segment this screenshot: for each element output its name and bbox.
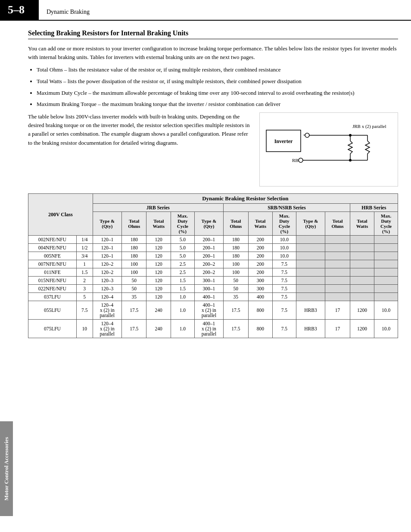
table-row: 004NFE/NFU bbox=[28, 244, 77, 252]
cell-srb_duty: 7.5 bbox=[273, 301, 296, 320]
intro-paragraph: You can add one or more resistors to you… bbox=[28, 44, 398, 61]
cell-jrb_type: 120–3 bbox=[93, 285, 121, 293]
cell-hrb_type bbox=[296, 277, 325, 285]
col-jrb-type: Type &(Qty) bbox=[93, 212, 121, 236]
cell-srb_ohms: 50 bbox=[224, 285, 248, 293]
cell-jrb_type: 120–4 bbox=[93, 293, 121, 301]
svg-text:JRB x (2) parallel: JRB x (2) parallel bbox=[352, 124, 386, 129]
table-row: 007NFE/NFU bbox=[28, 260, 77, 268]
cell-hrb_ohms bbox=[325, 244, 350, 252]
cell-hp: 2 bbox=[76, 277, 93, 285]
cell-hrb_watts bbox=[350, 293, 374, 301]
cell-srb_watts: 200 bbox=[248, 252, 273, 260]
cell-srb_watts: 800 bbox=[248, 320, 273, 338]
cell-hrb_duty bbox=[374, 293, 398, 301]
cell-hrb_ohms bbox=[325, 277, 350, 285]
cell-srb_type: 200–1 bbox=[194, 252, 223, 260]
cell-hrb_watts bbox=[350, 268, 374, 277]
cell-srb_watts: 300 bbox=[248, 277, 273, 285]
cell-hrb_watts bbox=[350, 252, 374, 260]
col-hrb-watts: TotalWatts bbox=[350, 212, 374, 236]
cell-srb_type: 200–1 bbox=[194, 244, 223, 252]
srb-series-header: SRB/NSRB Series bbox=[224, 204, 350, 212]
circuit-diagram: Inverter + bbox=[259, 112, 398, 187]
table-row: 015NFE/NFU bbox=[28, 277, 77, 285]
cell-srb_duty: 10.0 bbox=[273, 236, 296, 244]
cell-hrb_watts: 1200 bbox=[350, 301, 374, 320]
cell-jrb_watts: 120 bbox=[146, 277, 171, 285]
cell-jrb_watts: 120 bbox=[146, 285, 171, 293]
cell-hp: 7.5 bbox=[76, 301, 93, 320]
col-srb-duty: Max.DutyCycle(%) bbox=[273, 212, 296, 236]
cell-jrb_watts: 240 bbox=[146, 301, 171, 320]
table-row: 005NFE bbox=[28, 252, 77, 260]
cell-srb_type: 300–1 bbox=[194, 285, 223, 293]
cell-jrb_duty: 2.5 bbox=[171, 268, 194, 277]
cell-hrb_ohms bbox=[325, 252, 350, 260]
cell-hrb_type bbox=[296, 244, 325, 252]
cell-srb_watts: 200 bbox=[248, 236, 273, 244]
cell-srb_duty: 7.5 bbox=[273, 293, 296, 301]
cell-hrb_type bbox=[296, 236, 325, 244]
col-hrb-ohms: TotalOhms bbox=[325, 212, 350, 236]
cell-hrb_type bbox=[296, 260, 325, 268]
cell-hrb_type bbox=[296, 268, 325, 277]
cell-hrb_duty bbox=[374, 236, 398, 244]
cell-hrb_watts bbox=[350, 260, 374, 268]
content-area: Selecting Braking Resistors for Internal… bbox=[13, 21, 411, 529]
circuit-svg: Inverter + bbox=[264, 117, 393, 182]
cell-hrb_duty bbox=[374, 244, 398, 252]
cell-jrb_ohms: 100 bbox=[122, 268, 146, 277]
cell-srb_watts: 400 bbox=[248, 293, 273, 301]
cell-jrb_type: 120–1 bbox=[93, 252, 121, 260]
cell-jrb_type: 120–2 bbox=[93, 268, 121, 277]
cell-hrb_watts bbox=[350, 236, 374, 244]
cell-hrb_ohms bbox=[325, 285, 350, 293]
cell-srb_ohms: 50 bbox=[224, 277, 248, 285]
cell-srb_ohms: 180 bbox=[224, 252, 248, 260]
cell-hrb_watts bbox=[350, 285, 374, 293]
cell-hrb_duty: 10.0 bbox=[374, 301, 398, 320]
cell-hrb_type: HRB3 bbox=[296, 301, 325, 320]
hrb-series-header: HRB Series bbox=[350, 204, 398, 212]
cell-jrb_ohms: 180 bbox=[122, 244, 146, 252]
cell-hrb_duty bbox=[374, 252, 398, 260]
cell-srb_duty: 7.5 bbox=[273, 320, 296, 338]
cell-jrb_duty: 5.0 bbox=[171, 244, 194, 252]
cell-hrb_type: HRB3 bbox=[296, 320, 325, 338]
cell-jrb_ohms: 50 bbox=[122, 277, 146, 285]
cell-hp: 1/2 bbox=[76, 244, 93, 252]
cell-srb_ohms: 180 bbox=[224, 236, 248, 244]
bullet-list: Total Ohms – lists the resistance value … bbox=[37, 65, 398, 109]
cell-hrb_type bbox=[296, 285, 325, 293]
cell-jrb_ohms: 35 bbox=[122, 293, 146, 301]
cell-jrb_watts: 120 bbox=[146, 260, 171, 268]
side-tab: Motor Control Accessories bbox=[0, 421, 13, 516]
cell-jrb_watts: 120 bbox=[146, 244, 171, 252]
table-row: 022NFE/NFU bbox=[28, 285, 77, 293]
cell-srb_ohms: 180 bbox=[224, 244, 248, 252]
bullet-4: Maximum Braking Torque – the maximum bra… bbox=[37, 100, 398, 109]
table-row: 037LFU bbox=[28, 293, 77, 301]
cell-jrb_duty: 1.0 bbox=[171, 293, 194, 301]
svg-point-10 bbox=[299, 158, 303, 162]
cell-srb_type: 200–1 bbox=[194, 236, 223, 244]
table-row: 055LFU bbox=[28, 301, 77, 320]
cell-hp: 1.5 bbox=[76, 268, 93, 277]
cell-jrb_duty: 2.5 bbox=[171, 260, 194, 268]
cell-jrb_watts: 240 bbox=[146, 320, 171, 338]
table-row: 011NFE bbox=[28, 268, 77, 277]
cell-srb_watts: 200 bbox=[248, 244, 273, 252]
bullet-2: Total Watts – lists the power dissipatio… bbox=[37, 77, 398, 86]
cell-srb_ohms: 100 bbox=[224, 268, 248, 277]
cell-hrb_watts: 1200 bbox=[350, 320, 374, 338]
cell-hrb_duty bbox=[374, 268, 398, 277]
cell-jrb_type: 120–4 x (2) in parallel bbox=[93, 320, 121, 338]
svg-text:RB: RB bbox=[292, 158, 299, 163]
cell-srb_duty: 7.5 bbox=[273, 285, 296, 293]
cell-jrb_watts: 120 bbox=[146, 236, 171, 244]
cell-srb_ohms: 100 bbox=[224, 260, 248, 268]
cell-jrb_duty: 5.0 bbox=[171, 236, 194, 244]
cell-srb_ohms: 35 bbox=[224, 293, 248, 301]
table-row: 002NFE/NFU bbox=[28, 236, 77, 244]
